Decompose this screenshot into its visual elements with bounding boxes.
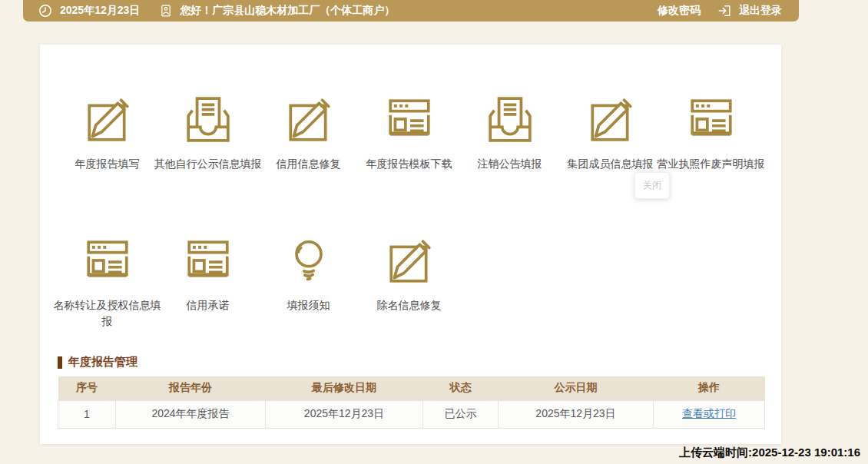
logout-icon [717,4,731,18]
shortcut-label: 信用信息修复 [252,156,366,172]
shortcut-item-r0-5[interactable]: 集团成员信息填报 [560,94,661,172]
user-greeting: 您好！广宗县山稳木材加工厂（个体工商户） [180,4,395,18]
shortcut-label: 除名信息修复 [353,297,466,313]
shortcut-item-r0-4[interactable]: 注销公告填报 [459,94,560,172]
logout-link[interactable]: 退出登录 [739,4,782,18]
topbar-right: 修改密码 退出登录 [658,4,782,18]
shortcut-label: 集团成员信息填报 [554,156,668,172]
main-panel: 年度报告填写 其他自行公示信息填报 信用信息修复 年度报告模板下载 注销公告填报… [40,45,781,444]
cell-last-modified: 2025年12月23日 [266,400,423,428]
shortcut-item-r0-6[interactable]: 营业执照作废声明填报 [661,94,761,172]
inbox-icon [183,94,234,145]
shortcut-item-r0-0[interactable]: 年度报告填写 [57,94,157,172]
shortcut-item-r1-0[interactable]: 名称转让及授权信息填报 [57,236,157,330]
shortcut-label: 年度报告模板下载 [353,156,466,172]
user-icon [160,5,172,17]
section-marker [58,356,62,369]
browser-icon [686,94,737,145]
cell-index: 1 [58,400,116,428]
browser-icon [183,236,234,287]
shortcut-item-r1-1[interactable]: 信用承诺 [157,236,258,330]
cell-action: 查看或打印 [654,400,765,428]
browser-icon [82,236,133,287]
close-tooltip-button[interactable]: 关闭 [634,172,670,199]
shortcut-row-2: 名称转让及授权信息填报 信用承诺 填报须知 除名信息修复 [57,236,459,330]
shortcut-label: 信用承诺 [151,297,265,313]
topbar: 2025年12月23日 您好！广宗县山稳木材加工厂（个体工商户） 修改密码 退出… [23,0,799,22]
section-title-text: 年度报告管理 [68,355,137,370]
edit-icon [82,94,133,145]
shortcut-label: 营业执照作废声明填报 [654,156,768,172]
edit-icon [384,236,435,287]
column-header: 公示日期 [499,376,654,400]
topbar-left: 2025年12月23日 您好！广宗县山稳木材加工厂（个体工商户） [38,4,395,18]
section-title-annual-report: 年度报告管理 [58,355,137,370]
column-header: 操作 [654,376,765,400]
shortcut-row-1: 年度报告填写 其他自行公示信息填报 信用信息修复 年度报告模板下载 注销公告填报… [57,94,761,172]
upload-time-text: 上传云端时间:2025-12-23 19:01:16 [679,446,860,460]
browser-icon [384,94,435,145]
clock-icon [38,4,52,18]
inbox-icon [485,94,535,145]
change-password-link[interactable]: 修改密码 [658,4,701,18]
shortcut-item-r0-2[interactable]: 信用信息修复 [258,94,359,172]
shortcut-item-r1-3[interactable]: 除名信息修复 [359,236,459,330]
table-header-row: 序号报告年份最后修改日期状态公示日期操作 [58,376,765,400]
view-or-print-link[interactable]: 查看或打印 [682,407,736,419]
table-row: 12024年年度报告2025年12月23日已公示2025年12月23日查看或打印 [58,400,765,428]
current-date: 2025年12月23日 [60,4,140,18]
column-header: 报告年份 [116,376,266,400]
shortcut-label: 填报须知 [252,297,366,313]
cell-report-year: 2024年年度报告 [116,400,266,428]
edit-icon [283,94,334,145]
edit-icon [585,94,636,145]
column-header: 最后修改日期 [266,376,423,400]
shortcut-label: 注销公告填报 [453,156,567,172]
cell-status: 已公示 [423,400,499,428]
cell-publish-date: 2025年12月23日 [499,400,654,428]
shortcut-item-r0-3[interactable]: 年度报告模板下载 [359,94,459,172]
shortcut-item-r1-2[interactable]: 填报须知 [258,236,359,330]
bulb-icon [283,236,334,287]
shortcut-label: 年度报告填写 [51,156,164,172]
shortcut-label: 其他自行公示信息填报 [151,156,265,172]
column-header: 状态 [423,376,499,400]
annual-report-table: 序号报告年份最后修改日期状态公示日期操作 12024年年度报告2025年12月2… [58,376,765,429]
column-header: 序号 [58,376,116,400]
shortcut-item-r0-1[interactable]: 其他自行公示信息填报 [157,94,258,172]
shortcut-label: 名称转让及授权信息填报 [51,297,164,330]
